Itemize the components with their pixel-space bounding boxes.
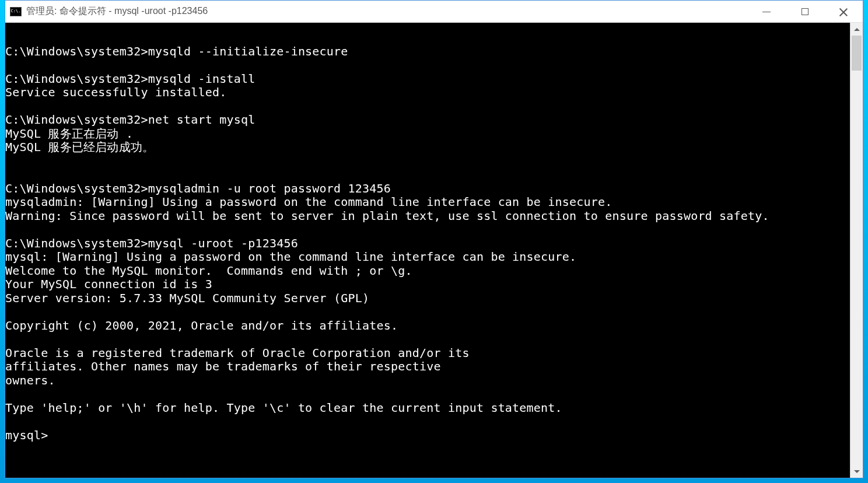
terminal-line: Copyright (c) 2000, 2021, Oracle and/or … xyxy=(5,319,850,333)
terminal-line: MySQL 服务正在启动 . xyxy=(5,127,850,141)
window-controls xyxy=(747,1,863,22)
terminal-line: C:\Windows\system32>net start mysql xyxy=(5,113,850,127)
terminal-line: C:\Windows\system32>mysql -uroot -p12345… xyxy=(5,237,850,251)
terminal-line: mysqladmin: [Warning] Using a password o… xyxy=(5,195,850,209)
terminal-wrapper: C:\Windows\system32>mysqld --initialize-… xyxy=(5,23,863,478)
terminal-line: C:\Windows\system32>mysqld --initialize-… xyxy=(5,45,850,59)
cmd-window: C:\. 管理员: 命令提示符 - mysql -uroot -p123456 … xyxy=(5,0,863,478)
terminal-line: Warning: Since password will be sent to … xyxy=(5,209,850,223)
minimize-button[interactable] xyxy=(747,1,786,23)
terminal-line: owners. xyxy=(5,374,850,388)
terminal-line xyxy=(5,31,850,45)
terminal-line xyxy=(5,223,850,237)
terminal-line: mysql: [Warning] Using a password on the… xyxy=(5,250,850,264)
maximize-button[interactable] xyxy=(786,1,824,23)
terminal-line xyxy=(5,58,850,72)
terminal-line: Server version: 5.7.33 MySQL Community S… xyxy=(5,292,850,306)
chevron-up-icon xyxy=(854,28,860,31)
vertical-scrollbar xyxy=(850,23,863,478)
terminal-line xyxy=(5,168,850,182)
terminal-line xyxy=(5,332,850,346)
terminal-line: C:\Windows\system32>mysqld -install xyxy=(5,72,850,86)
terminal-line: Your MySQL connection id is 3 xyxy=(5,278,850,292)
titlebar[interactable]: C:\. 管理员: 命令提示符 - mysql -uroot -p123456 xyxy=(5,1,863,23)
scroll-down-button[interactable] xyxy=(850,465,863,478)
scroll-thumb[interactable] xyxy=(852,36,862,71)
terminal-line xyxy=(5,387,850,401)
terminal-line xyxy=(5,100,850,114)
cmd-icon-text: C:\. xyxy=(11,9,21,13)
terminal-line: affiliates. Other names may be trademark… xyxy=(5,360,850,374)
terminal-line: Service successfully installed. xyxy=(5,86,850,100)
scroll-up-button[interactable] xyxy=(850,23,863,36)
terminal-line: Type 'help;' or '\h' for help. Type '\c'… xyxy=(5,401,850,415)
minimize-icon xyxy=(762,12,771,12)
cmd-icon: C:\. xyxy=(10,7,22,16)
terminal-line: MySQL 服务已经启动成功。 xyxy=(5,141,850,155)
scroll-track[interactable] xyxy=(850,36,863,465)
close-button[interactable] xyxy=(824,1,863,23)
terminal-line xyxy=(5,415,850,429)
terminal-output[interactable]: C:\Windows\system32>mysqld --initialize-… xyxy=(5,23,850,478)
terminal-line: C:\Windows\system32>mysqladmin -u root p… xyxy=(5,182,850,196)
terminal-line: Welcome to the MySQL monitor. Commands e… xyxy=(5,264,850,278)
chevron-down-icon xyxy=(854,470,860,473)
terminal-line: Oracle is a registered trademark of Orac… xyxy=(5,346,850,360)
close-icon xyxy=(839,8,848,16)
terminal-line: mysql> xyxy=(5,429,850,443)
terminal-line xyxy=(5,155,850,169)
window-title: 管理员: 命令提示符 - mysql -uroot -p123456 xyxy=(26,5,208,18)
maximize-icon xyxy=(802,8,808,15)
terminal-line xyxy=(5,305,850,319)
